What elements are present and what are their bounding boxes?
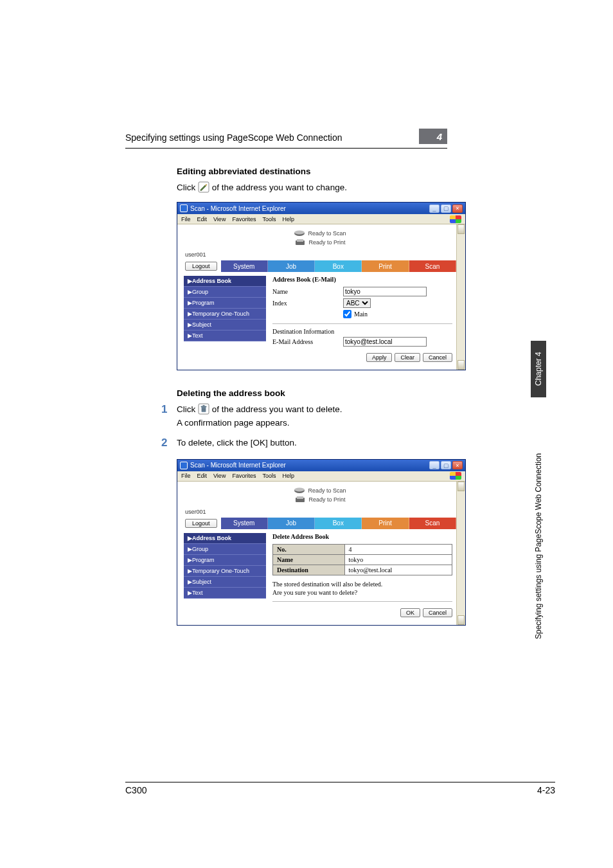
- menu-favorites[interactable]: Favorites: [232, 216, 256, 222]
- nav-temp-one-touch[interactable]: ▶Temporary One-Touch: [184, 309, 266, 320]
- trash-icon: [198, 403, 209, 415]
- svg-point-13: [294, 487, 305, 491]
- confirm-msg-1: The stored destination will also be dele…: [272, 581, 452, 588]
- panel-heading-delete: Delete Address Book: [272, 533, 452, 540]
- minimize-button[interactable]: _: [429, 204, 440, 213]
- side-section-label: Specifying settings using PageScope Web …: [534, 401, 543, 639]
- minimize-button[interactable]: _: [429, 461, 440, 469]
- ok-button[interactable]: OK: [400, 608, 420, 617]
- menubar: File Edit View Favorites Tools Help: [177, 214, 465, 224]
- menu-view[interactable]: View: [213, 216, 226, 222]
- dest-info-heading: Destination Information: [272, 328, 452, 335]
- delete-info-table: No.4 Nametokyo Destinationtokyo@test.loc…: [272, 544, 452, 575]
- chapter-banner: 4: [419, 129, 447, 144]
- ie-icon: [180, 462, 188, 469]
- nav-group[interactable]: ▶Group: [184, 287, 266, 298]
- cancel-button[interactable]: Cancel: [423, 608, 452, 617]
- window-title: Scan - Microsoft Internet Explorer: [190, 205, 429, 212]
- separator: [272, 323, 452, 324]
- tab-box[interactable]: Box: [315, 518, 362, 529]
- email-input[interactable]: [343, 337, 427, 347]
- side-nav: ▶Address Book ▶Group ▶Program ▶Temporary…: [184, 276, 266, 362]
- menu-tools[interactable]: Tools: [262, 216, 276, 222]
- window-title: Scan - Microsoft Internet Explorer: [190, 462, 429, 469]
- menu-file[interactable]: File: [181, 216, 191, 222]
- tab-system[interactable]: System: [221, 518, 268, 529]
- apply-button[interactable]: Apply: [366, 353, 393, 362]
- cell-no-value: 4: [344, 544, 452, 554]
- step2-text: To delete, click the [OK] button.: [177, 437, 466, 450]
- tab-scan[interactable]: Scan: [409, 518, 456, 529]
- name-input[interactable]: [343, 287, 427, 296]
- svg-rect-15: [297, 496, 303, 499]
- instruction-edit: Click of the address you want to change.: [177, 181, 466, 193]
- logout-button[interactable]: Logout: [185, 519, 217, 528]
- username: user001: [185, 251, 206, 258]
- cell-name-value: tokyo: [344, 554, 452, 565]
- page-footer: C300 4-23: [125, 782, 555, 797]
- scrollbar[interactable]: [456, 224, 465, 370]
- windows-flag-icon: [450, 215, 461, 223]
- menu-tools[interactable]: Tools: [262, 473, 276, 479]
- confirm-msg-2: Are you sure you want to delete?: [272, 589, 452, 596]
- side-chapter-tab: Chapter 4: [531, 341, 546, 397]
- tab-scan[interactable]: Scan: [409, 260, 456, 272]
- logout-button[interactable]: Logout: [185, 262, 217, 271]
- main-checkbox[interactable]: [343, 310, 351, 318]
- ie-icon: [180, 204, 188, 212]
- nav-address-book[interactable]: ▶Address Book: [184, 276, 266, 287]
- browser-window-edit: Scan - Microsoft Internet Explorer _ ▢ ×…: [177, 202, 466, 370]
- tab-box[interactable]: Box: [315, 260, 362, 272]
- menu-file[interactable]: File: [181, 473, 191, 479]
- menu-help[interactable]: Help: [282, 473, 294, 479]
- clear-button[interactable]: Clear: [395, 353, 420, 362]
- menu-help[interactable]: Help: [282, 216, 294, 222]
- username: user001: [185, 509, 206, 515]
- nav-program[interactable]: ▶Program: [184, 555, 266, 566]
- menu-favorites[interactable]: Favorites: [232, 473, 256, 479]
- tab-print[interactable]: Print: [362, 260, 409, 272]
- tab-job[interactable]: Job: [268, 260, 315, 272]
- titlebar: Scan - Microsoft Internet Explorer _ ▢ ×: [177, 203, 465, 214]
- cell-name-label: Name: [273, 554, 345, 565]
- label-name: Name: [272, 288, 343, 295]
- nav-subject[interactable]: ▶Subject: [184, 320, 266, 330]
- svg-point-2: [294, 231, 305, 235]
- label-main: Main: [354, 311, 368, 318]
- svg-rect-7: [201, 406, 207, 408]
- close-button[interactable]: ×: [452, 204, 463, 213]
- scrollbar[interactable]: [456, 482, 465, 625]
- maximize-button[interactable]: ▢: [441, 204, 451, 213]
- step-number-1: 1: [161, 403, 177, 430]
- menu-view[interactable]: View: [213, 473, 226, 479]
- tab-job[interactable]: Job: [268, 518, 315, 529]
- close-button[interactable]: ×: [452, 461, 463, 469]
- tab-print[interactable]: Print: [362, 518, 409, 529]
- nav-program[interactable]: ▶Program: [184, 298, 266, 309]
- nav-text[interactable]: ▶Text: [184, 330, 266, 341]
- footer-page: 4-23: [537, 785, 555, 795]
- tab-system[interactable]: System: [221, 260, 268, 272]
- nav-group[interactable]: ▶Group: [184, 544, 266, 555]
- footer-model: C300: [125, 785, 147, 795]
- step1-confirm-text: A confirmation page appears.: [177, 418, 290, 428]
- cell-dest-label: Destination: [273, 565, 345, 575]
- menu-edit[interactable]: Edit: [197, 216, 208, 222]
- device-status: Ready to Scan Ready to Print: [184, 230, 456, 246]
- menu-edit[interactable]: Edit: [197, 473, 208, 479]
- nav-address-book[interactable]: ▶Address Book: [184, 533, 266, 544]
- maximize-button[interactable]: ▢: [441, 461, 451, 469]
- label-index: Index: [272, 300, 343, 307]
- nav-temp-one-touch[interactable]: ▶Temporary One-Touch: [184, 566, 266, 577]
- index-select[interactable]: ABC: [343, 298, 371, 308]
- svg-rect-8: [203, 405, 205, 406]
- header-rule: [125, 148, 447, 149]
- svg-rect-4: [297, 239, 303, 242]
- nav-text[interactable]: ▶Text: [184, 588, 266, 599]
- cell-dest-value: tokyo@test.local: [344, 565, 452, 575]
- section-heading-deleting: Deleting the address book: [177, 388, 466, 398]
- section-heading-editing: Editing abbreviated destinations: [177, 167, 466, 176]
- label-email: E-Mail Address: [272, 338, 343, 345]
- nav-subject[interactable]: ▶Subject: [184, 577, 266, 588]
- cancel-button[interactable]: Cancel: [423, 353, 452, 362]
